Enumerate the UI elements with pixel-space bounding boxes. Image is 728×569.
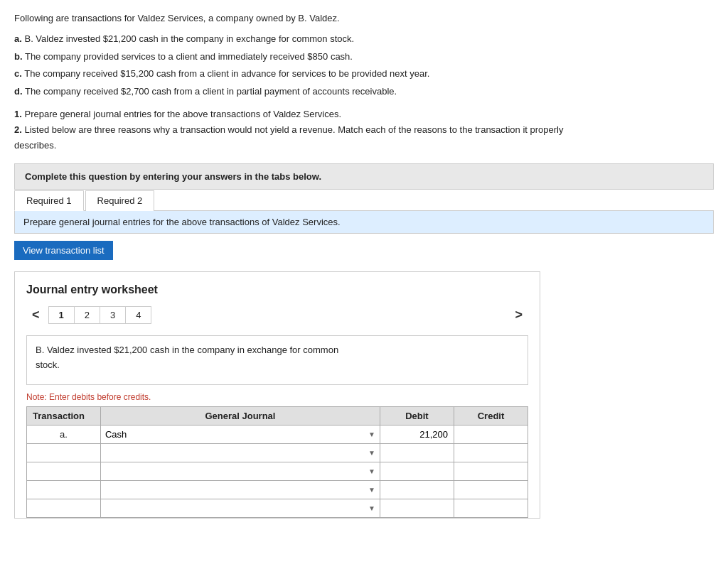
general-journal-input-3[interactable] [105, 466, 365, 477]
transaction-b: b. The company provided services to a cl… [14, 50, 714, 65]
debit-cell-5[interactable] [380, 499, 454, 518]
dropdown-arrow-2: ▼ [368, 449, 375, 457]
debit-input-1[interactable] [385, 429, 448, 440]
transaction-cell-3 [27, 462, 101, 481]
transaction-cell-2 [27, 444, 101, 462]
general-journal-input-1[interactable] [105, 429, 365, 440]
table-row: a. ▼ [27, 426, 528, 444]
page-4[interactable]: 4 [126, 307, 151, 323]
tab-required-1[interactable]: Required 1 [14, 190, 84, 211]
table-row: ▼ [27, 462, 528, 481]
tab-content-description: Prepare general journal entries for the … [23, 217, 341, 227]
debit-cell-1[interactable] [380, 426, 454, 444]
general-journal-cell-5[interactable]: ▼ [100, 499, 380, 518]
tabs-row: Required 1 Required 2 [14, 190, 714, 211]
credit-cell-5[interactable] [454, 499, 528, 518]
dropdown-arrow-1: ▼ [368, 430, 375, 438]
credit-cell-1[interactable] [454, 426, 528, 444]
debit-cell-3[interactable] [380, 462, 454, 481]
transaction-cell-5 [27, 499, 101, 518]
credit-input-1[interactable] [459, 429, 523, 440]
col-header-debit: Debit [380, 407, 454, 426]
general-journal-input-2[interactable] [105, 448, 365, 458]
debit-cell-4[interactable] [380, 481, 454, 499]
transaction-cell-1: a. [27, 426, 101, 444]
general-journal-cell-4[interactable]: ▼ [100, 481, 380, 499]
nav-row: < 1 2 3 4 > [26, 305, 528, 325]
general-journal-input-4[interactable] [105, 484, 365, 495]
complete-box-text: Complete this question by entering your … [25, 171, 321, 182]
page-numbers: 1 2 3 4 [48, 306, 152, 324]
table-row: ▼ [27, 499, 528, 518]
opening-text: Following are transactions for Valdez Se… [14, 11, 714, 26]
dropdown-arrow-5: ▼ [368, 504, 375, 512]
general-journal-cell-1[interactable]: ▼ [100, 426, 380, 444]
debit-input-3[interactable] [385, 466, 448, 477]
credit-input-4[interactable] [459, 484, 523, 495]
transaction-description-text: B. Valdez invested $21,200 cash in the c… [36, 345, 338, 370]
debit-input-2[interactable] [385, 448, 448, 458]
dropdown-arrow-3: ▼ [368, 467, 375, 475]
next-page-button[interactable]: > [509, 305, 528, 325]
table-row: ▼ [27, 481, 528, 499]
general-journal-cell-3[interactable]: ▼ [100, 462, 380, 481]
general-journal-input-5[interactable] [105, 503, 365, 514]
complete-box: Complete this question by entering your … [14, 163, 714, 190]
col-header-credit: Credit [454, 407, 528, 426]
credit-input-3[interactable] [459, 466, 523, 477]
credit-cell-4[interactable] [454, 481, 528, 499]
transaction-description-box: B. Valdez invested $21,200 cash in the c… [26, 335, 528, 385]
debit-input-5[interactable] [385, 503, 448, 514]
transaction-d: d. The company received $2,700 cash from… [14, 85, 714, 99]
col-header-general-journal: General Journal [100, 407, 380, 426]
table-row: ▼ [27, 444, 528, 462]
worksheet-title: Journal entry worksheet [26, 283, 528, 296]
journal-table: Transaction General Journal Debit Credit… [26, 406, 528, 518]
transaction-a: a. B. Valdez invested $21,200 cash in th… [14, 32, 714, 47]
col-header-transaction: Transaction [27, 407, 101, 426]
instructions-section: 1. Prepare general journal entries for t… [14, 107, 714, 153]
prev-page-button[interactable]: < [26, 305, 46, 325]
instruction-2: 2. Listed below are three reasons why a … [14, 122, 714, 153]
credit-cell-3[interactable] [454, 462, 528, 481]
tab-required-2[interactable]: Required 2 [85, 190, 155, 211]
dropdown-arrow-4: ▼ [368, 486, 375, 494]
page-3[interactable]: 3 [100, 307, 126, 323]
debit-cell-2[interactable] [380, 444, 454, 462]
note-text: Note: Enter debits before credits. [26, 392, 528, 402]
view-transaction-list-button[interactable]: View transaction list [14, 241, 113, 260]
debit-input-4[interactable] [385, 484, 448, 495]
intro-section: Following are transactions for Valdez Se… [14, 11, 714, 99]
credit-input-2[interactable] [459, 448, 523, 458]
general-journal-cell-2[interactable]: ▼ [100, 444, 380, 462]
transaction-cell-4 [27, 481, 101, 499]
instruction-1: 1. Prepare general journal entries for t… [14, 107, 714, 122]
page-2[interactable]: 2 [75, 307, 100, 323]
tab-content-header: Prepare general journal entries for the … [14, 211, 714, 234]
credit-cell-2[interactable] [454, 444, 528, 462]
transaction-c: c. The company received $15,200 cash fro… [14, 67, 714, 82]
worksheet-container: Journal entry worksheet < 1 2 3 4 > B. V… [14, 271, 540, 519]
page-1[interactable]: 1 [49, 307, 75, 323]
credit-input-5[interactable] [459, 503, 523, 514]
